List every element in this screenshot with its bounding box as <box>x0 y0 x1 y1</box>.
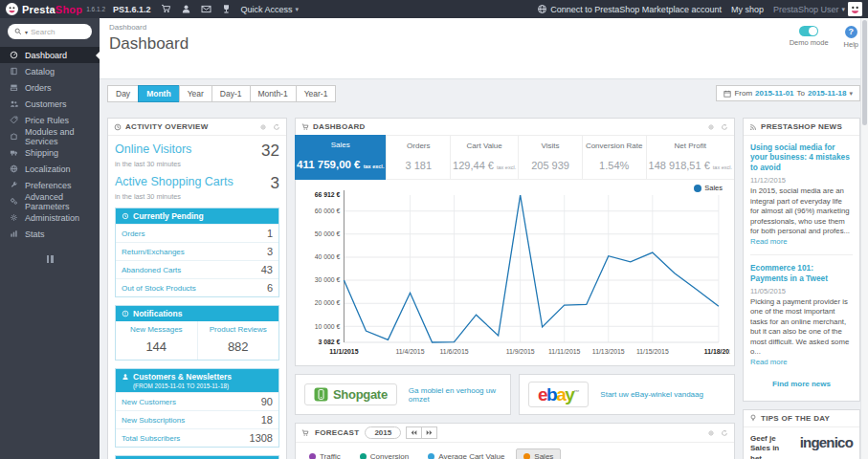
active-carts-stat: Active Shopping Carts 3 <box>115 175 279 191</box>
user-menu[interactable]: PrestaShop User ▾ <box>773 2 862 16</box>
alert-icon <box>122 310 129 317</box>
sidebar-item-shipping[interactable]: Shipping <box>0 144 100 161</box>
kpi-visits[interactable]: Visits 205 939 <box>519 136 583 179</box>
sidebar-item-stats[interactable]: Stats <box>0 226 100 242</box>
gear-icon[interactable] <box>259 123 267 131</box>
sidebar-collapse-button[interactable] <box>0 255 100 263</box>
kpi-sales[interactable]: Sales 411 759,00 € tax excl. <box>295 135 387 180</box>
sidebar-item-customers[interactable]: Customers <box>0 96 100 112</box>
shopgate-ad[interactable]: Shopgate Ga mobiel en verhoog uw omzet <box>295 374 511 415</box>
ebay-ad[interactable]: ebay™ Start uw eBay-winkel vandaag <box>519 374 735 415</box>
search-input[interactable]: ▾ Search <box>8 24 92 39</box>
svg-text:10 000 €: 10 000 € <box>315 323 341 330</box>
cart-icon <box>301 429 309 437</box>
rewind-icon <box>411 429 417 436</box>
page-header: Dashboard Dashboard Demo mode ? Help <box>100 18 868 79</box>
sidebar-item-advanced-parameters[interactable]: Advanced Parameters <box>0 193 100 209</box>
legend-average-cart-value[interactable]: Average Cart Value <box>420 448 512 459</box>
vertical-scrollbar[interactable] <box>860 18 868 459</box>
sidebar-item-price-rules[interactable]: Price Rules <box>0 112 100 128</box>
demo-mode-toggle[interactable]: Demo mode <box>790 26 829 49</box>
range-year-button[interactable]: Year <box>179 85 212 102</box>
cart-shortcut-icon[interactable] <box>161 4 171 14</box>
article-title[interactable]: Using social media for your business: 4 … <box>750 142 853 172</box>
sidebar-item-localization[interactable]: Localization <box>0 161 100 177</box>
svg-text:50 000 €: 50 000 € <box>315 230 341 237</box>
pending-row: Return/Exchanges3 <box>116 242 278 260</box>
forecast-panel: FORECAST 2015 <box>295 423 735 459</box>
toggle-on-icon[interactable] <box>799 26 818 36</box>
sidebar-item-preferences[interactable]: Preferences <box>0 177 100 193</box>
range-month-button[interactable]: Month <box>138 85 180 102</box>
help-button[interactable]: ? Help <box>844 26 858 49</box>
prestashop-news-panel: PRESTASHOP NEWS Using social media for y… <box>743 118 860 402</box>
scrollbar-thumb[interactable] <box>862 20 867 125</box>
kpi-cart-value[interactable]: Cart Value 129,44 € tax excl. <box>451 136 519 179</box>
sidebar-item-dashboard[interactable]: Dashboard <box>0 47 100 63</box>
find-more-news-link[interactable]: Find more news <box>750 380 853 388</box>
range-button-group: Day Month Year Day-1 Month-1 Year-1 <box>107 85 336 102</box>
marketplace-label: Connect to PrestaShop Marketplace accoun… <box>550 5 722 14</box>
previous-year-button[interactable] <box>406 426 422 439</box>
messages-shortcut-icon[interactable] <box>201 4 211 14</box>
marketplace-link[interactable]: Connect to PrestaShop Marketplace accoun… <box>537 4 722 14</box>
sidebar-item-administration[interactable]: Administration <box>0 209 100 226</box>
refresh-icon[interactable] <box>721 123 728 131</box>
section-title: Customers & Newsletters <box>133 372 232 382</box>
kpi-conversion-rate[interactable]: Conversion Rate 1.54% <box>583 136 647 179</box>
chevron-down-icon: ▾ <box>296 6 300 13</box>
customers-shortcut-icon[interactable] <box>181 4 191 14</box>
date-range-picker[interactable]: From 2015-11-01 To 2015-11-18 ▾ <box>716 85 860 101</box>
shopgate-ad-link[interactable]: Ga mobiel en verhoog uw omzet <box>409 386 501 404</box>
my-shop-link[interactable]: My shop <box>731 5 764 14</box>
quick-access-menu[interactable]: Quick Access ▾ <box>241 5 300 14</box>
chart-legend-sales[interactable]: Sales <box>694 184 723 192</box>
panel-title: PRESTASHOP NEWS <box>761 122 854 131</box>
svg-text:11/4/2015: 11/4/2015 <box>395 348 424 355</box>
achievements-shortcut-icon[interactable] <box>221 4 232 14</box>
wrench-icon <box>10 181 18 189</box>
gear-icon[interactable] <box>707 123 715 131</box>
product-reviews-stat[interactable]: Product Reviews 882 <box>197 321 279 360</box>
range-month-1-button[interactable]: Month-1 <box>250 85 297 102</box>
prestashop-logo[interactable]: PrestaShop 1.6.1.2 PS1.6.1.2 <box>6 3 151 15</box>
legend-conversion[interactable]: Conversion <box>352 448 416 459</box>
rss-icon <box>749 123 757 131</box>
legend-sales[interactable]: Sales <box>516 448 561 459</box>
section-title: Currently Pending <box>133 211 204 221</box>
brand-version: 1.6.1.2 <box>86 6 105 12</box>
range-day-1-button[interactable]: Day-1 <box>211 85 251 102</box>
next-year-button[interactable] <box>421 426 437 439</box>
refresh-icon[interactable] <box>721 429 728 437</box>
kpi-net-profit[interactable]: Net Profit 148 918,51 € tax excl. <box>647 136 734 179</box>
breadcrumb[interactable]: Dashboard <box>109 23 858 32</box>
active-carts-subtitle: in the last 30 minutes <box>115 192 279 201</box>
svg-text:30 000 €: 30 000 € <box>315 276 341 283</box>
svg-text:11/9/2015: 11/9/2015 <box>506 348 535 355</box>
new-messages-stat[interactable]: New Messages 144 <box>116 321 197 360</box>
range-day-button[interactable]: Day <box>107 85 139 102</box>
read-more-link[interactable]: Read more <box>750 237 788 246</box>
price-tag-icon <box>10 116 18 124</box>
refresh-icon[interactable] <box>273 123 280 131</box>
range-year-1-button[interactable]: Year-1 <box>296 85 337 102</box>
read-more-link[interactable]: Read more <box>750 358 788 366</box>
date-to: 2015-11-18 <box>808 89 846 98</box>
sidebar-item-catalog[interactable]: Catalog <box>0 63 100 79</box>
kpi-orders[interactable]: Orders 3 181 <box>387 136 451 179</box>
sidebar-item-modules[interactable]: Modules and Services <box>0 128 100 144</box>
article-title[interactable]: Ecommerce 101: Payments in a Tweet <box>750 263 853 283</box>
svg-text:40 000 €: 40 000 € <box>315 253 341 260</box>
svg-text:11/13/2015: 11/13/2015 <box>592 348 625 355</box>
pending-row: Orders1 <box>116 224 278 242</box>
svg-text:3 082 €: 3 082 € <box>318 339 340 345</box>
active-carts-label[interactable]: Active Shopping Carts <box>115 175 234 188</box>
sidebar-item-orders[interactable]: Orders <box>0 79 100 96</box>
ebay-ad-link[interactable]: Start uw eBay-winkel vandaag <box>600 390 703 399</box>
gear-icon[interactable] <box>707 429 715 437</box>
svg-text:11/1/2015: 11/1/2015 <box>329 348 358 355</box>
legend-traffic[interactable]: Traffic <box>301 448 348 459</box>
active-carts-value: 3 <box>271 175 279 191</box>
online-visitors-label[interactable]: Online Visitors <box>115 142 191 156</box>
section-title: Notifications <box>133 309 182 318</box>
